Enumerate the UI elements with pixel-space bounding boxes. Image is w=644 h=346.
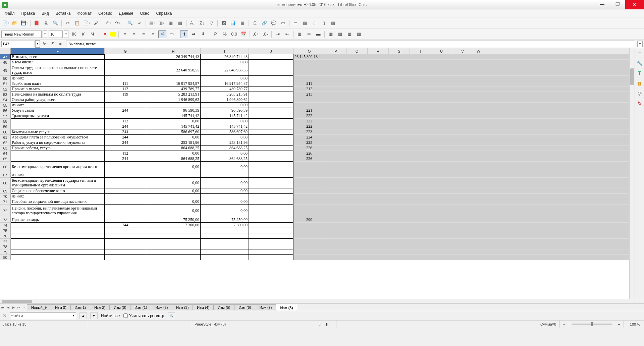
find-options-icon[interactable]: 🔍 — [168, 312, 175, 319]
menu-вставка[interactable]: Вставка — [52, 10, 74, 17]
cell[interactable]: 7 300,00 — [201, 223, 249, 228]
row-icon[interactable]: ▤ — [148, 19, 156, 27]
cell[interactable]: 223 — [293, 129, 325, 135]
window-icon[interactable]: ▯ — [320, 19, 328, 27]
print-icon[interactable]: 🖶 — [42, 19, 50, 27]
cell[interactable] — [11, 119, 105, 124]
col-header-R[interactable]: R — [368, 48, 389, 54]
cell[interactable] — [293, 60, 325, 65]
sheet-tab[interactable]: Изм (4) — [193, 304, 214, 310]
cell[interactable] — [293, 194, 325, 199]
cell[interactable] — [249, 119, 293, 124]
grid-1-icon[interactable]: ▦ — [167, 19, 175, 27]
cell[interactable] — [201, 249, 249, 255]
cell[interactable] — [249, 194, 293, 199]
cell[interactable] — [146, 228, 201, 233]
name-box-dropdown[interactable]: ▾ — [35, 40, 40, 48]
cell[interactable] — [249, 103, 293, 108]
find-close-button[interactable]: ✕ — [3, 313, 7, 319]
menu-данные[interactable]: Данные — [115, 10, 137, 17]
border-color-icon[interactable]: ▬ — [314, 30, 322, 38]
cell[interactable] — [249, 178, 293, 188]
equals-icon[interactable]: = — [57, 41, 64, 47]
split-icon[interactable]: ▯ — [310, 19, 318, 27]
cell[interactable]: Арендная плата за пользование имуществом — [11, 135, 105, 140]
cell[interactable] — [249, 249, 293, 255]
cell[interactable] — [11, 239, 105, 244]
cell[interactable] — [249, 199, 293, 205]
tab-first-button[interactable]: ⏮ — [0, 304, 5, 310]
cell[interactable] — [105, 244, 146, 249]
cell[interactable] — [201, 255, 249, 260]
currency-icon[interactable]: ₽ — [211, 30, 219, 38]
cell[interactable] — [249, 188, 293, 194]
cell[interactable]: Безвозмездные перечисления организациям … — [11, 162, 105, 172]
cell[interactable] — [11, 223, 105, 228]
cell[interactable] — [293, 199, 325, 205]
cell[interactable]: 0,00 — [201, 135, 249, 140]
bold-icon[interactable]: Ж — [70, 30, 78, 38]
find-input[interactable] — [10, 312, 71, 319]
cell[interactable]: Заработная плата — [11, 81, 105, 86]
cell[interactable] — [11, 151, 105, 156]
vertical-scrollbar[interactable] — [629, 48, 635, 299]
cell[interactable] — [105, 172, 146, 178]
cell[interactable]: 0,00 — [201, 76, 249, 81]
function-wizard-icon[interactable]: fx — [41, 41, 48, 47]
hyperlink-icon[interactable]: 🔗 — [260, 19, 268, 27]
cell[interactable] — [105, 65, 146, 76]
cell[interactable]: 0,00 — [201, 151, 249, 156]
col-header-H[interactable]: H — [146, 48, 201, 54]
cell[interactable]: Прочие выплаты — [11, 86, 105, 92]
row-header[interactable]: 48 — [0, 60, 11, 65]
cell[interactable] — [249, 162, 293, 172]
col-header-Q[interactable]: Q — [346, 48, 368, 54]
cell[interactable]: Пособия по социальной помощи населению — [11, 199, 105, 205]
highlight-icon[interactable] — [110, 32, 116, 37]
cell[interactable]: Оплата работ, услуг, всего — [11, 97, 105, 103]
cell[interactable]: 225 — [293, 140, 325, 146]
cell[interactable]: 244 — [105, 135, 146, 140]
sheet-tab[interactable]: Изм (6) — [234, 304, 255, 310]
row-header[interactable]: 58 — [0, 119, 11, 124]
cell[interactable] — [11, 124, 105, 129]
row-header[interactable]: 77 — [0, 239, 11, 244]
cell[interactable] — [105, 76, 146, 81]
sheet-tab[interactable]: Изм (1) — [130, 304, 151, 310]
cell[interactable] — [201, 233, 249, 239]
cell[interactable] — [293, 205, 325, 217]
cell[interactable] — [293, 97, 325, 103]
cell[interactable] — [11, 233, 105, 239]
cell[interactable]: 0,00 — [201, 178, 249, 188]
row-header[interactable]: 56 — [0, 108, 11, 113]
cell[interactable]: Оплата труда и начисления на выплаты по … — [11, 65, 105, 76]
row-header[interactable]: 79 — [0, 249, 11, 255]
cell[interactable]: из них: — [11, 103, 105, 108]
cell[interactable] — [249, 81, 293, 86]
merge-cells-icon[interactable]: ▭ — [168, 30, 176, 38]
cell[interactable] — [249, 108, 293, 113]
menu-правка[interactable]: Правка — [18, 10, 39, 17]
cell[interactable]: 222 — [293, 113, 325, 119]
cell[interactable] — [201, 194, 249, 199]
zoom-slider[interactable] — [572, 324, 612, 325]
align-left-icon[interactable]: ≡ — [121, 30, 129, 38]
cell[interactable] — [146, 194, 201, 199]
cell[interactable] — [11, 228, 105, 233]
cell[interactable]: 1 946 899,62 — [201, 97, 249, 103]
row-header[interactable]: 57 — [0, 113, 11, 119]
cell[interactable] — [201, 244, 249, 249]
font-name-combo[interactable]: Times New Roman — [1, 31, 42, 38]
cell[interactable]: из них: — [11, 172, 105, 178]
cell[interactable] — [249, 239, 293, 244]
cell[interactable] — [249, 217, 293, 223]
align-top-icon[interactable]: ⬆ — [180, 30, 188, 38]
cell[interactable] — [11, 244, 105, 249]
cell[interactable] — [293, 103, 325, 108]
cell[interactable]: 112 — [105, 119, 146, 124]
status-selection-mode[interactable]: ▮ — [322, 321, 329, 328]
col-header-I[interactable]: I — [201, 48, 249, 54]
align-justify-icon[interactable]: ≡ — [149, 30, 157, 38]
status-sum[interactable]: Сумма=0 — [336, 321, 560, 328]
horizontal-scrollbar[interactable] — [0, 299, 644, 303]
